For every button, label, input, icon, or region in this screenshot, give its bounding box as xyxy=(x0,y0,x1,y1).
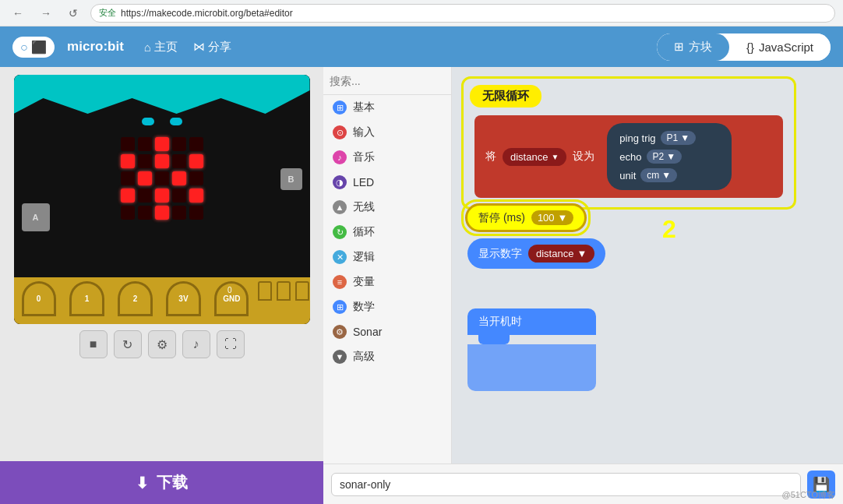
download-bar[interactable]: ⬇ 下载 xyxy=(0,461,323,504)
brand-icon: ○ ⬛ xyxy=(20,40,47,55)
on-start-notch xyxy=(478,335,510,344)
settings-button[interactable]: ⚙ xyxy=(148,330,176,358)
led-1-4 xyxy=(189,154,203,168)
nav-links: ⌂ 主页 ⋈ 分享 xyxy=(144,40,231,55)
music-label: 音乐 xyxy=(353,150,375,164)
echo-pin-arrow: ▼ xyxy=(666,151,675,162)
forward-button[interactable]: → xyxy=(36,5,56,21)
led-3-0 xyxy=(121,189,135,203)
on-start-text: 当开机时 xyxy=(478,315,522,329)
view-tabs: ⊞ 方块 {} JavaScript xyxy=(657,33,831,61)
to-text: 设为 xyxy=(573,150,594,164)
show-number-block[interactable]: 显示数字 distance ▼ xyxy=(467,238,605,269)
show-number-label: 显示数字 xyxy=(478,247,522,261)
led-2-4 xyxy=(189,171,203,185)
palette-item-math[interactable]: ⊞ 数学 xyxy=(323,294,451,319)
tab-blocks[interactable]: ⊞ 方块 xyxy=(657,33,729,61)
wireless-label: 无线 xyxy=(353,200,375,214)
sonar-sensor-block: ping trig P1 ▼ echo P2 ▼ xyxy=(607,123,732,190)
palette-item-sonar[interactable]: ⚙ Sonar xyxy=(323,319,451,344)
led-4-4 xyxy=(189,206,203,220)
blocks-label: 方块 xyxy=(689,40,712,55)
music-dot: ♪ xyxy=(333,150,347,164)
led-4-1 xyxy=(138,206,152,220)
echo-pin-pill[interactable]: P2 ▼ xyxy=(647,150,683,164)
basic-label: 基本 xyxy=(353,100,375,115)
tab-javascript[interactable]: {} JavaScript xyxy=(729,33,831,61)
palette-item-variables[interactable]: ≡ 变量 xyxy=(323,270,451,294)
led-0-1 xyxy=(138,137,152,151)
home-link[interactable]: ⌂ 主页 xyxy=(144,40,178,55)
palette-item-wireless[interactable]: ▲ 无线 xyxy=(323,195,451,220)
back-button[interactable]: ← xyxy=(8,5,28,21)
palette-item-led[interactable]: ◑ LED xyxy=(323,170,451,195)
js-braces-icon: {} xyxy=(746,41,754,54)
on-start-label[interactable]: 当开机时 xyxy=(467,308,596,335)
led-0-3 xyxy=(172,137,186,151)
button-a[interactable]: A xyxy=(22,203,50,231)
small-pin-2 xyxy=(277,281,291,301)
ping-row: ping trig P1 ▼ xyxy=(619,131,719,145)
palette-item-logic[interactable]: ✕ 逻辑 xyxy=(323,245,451,270)
led-label: LED xyxy=(353,176,374,189)
palette-item-music[interactable]: ♪ 音乐 xyxy=(323,145,451,170)
unit-value-pill[interactable]: cm ▼ xyxy=(640,168,677,182)
led-3-2 xyxy=(155,189,169,203)
ping-pin-value: P1 xyxy=(667,132,679,143)
pause-value-pill[interactable]: 100 ▼ xyxy=(531,210,574,225)
share-icon: ⋈ xyxy=(193,40,205,54)
input-label: 输入 xyxy=(353,125,375,139)
led-2-2 xyxy=(155,171,169,185)
filename-bar: 💾 xyxy=(323,463,843,504)
forever-block-label[interactable]: 无限循环 xyxy=(470,85,541,107)
home-icon: ⌂ xyxy=(144,41,151,54)
button-b[interactable]: B xyxy=(280,168,302,190)
address-bar[interactable]: 安全 https://makecode.microbit.org/beta#ed… xyxy=(90,4,835,23)
show-number-value-pill[interactable]: distance ▼ xyxy=(528,245,594,263)
echo-label: echo xyxy=(619,151,641,163)
led-2-3 xyxy=(172,171,186,185)
show-number-arrow: ▼ xyxy=(577,248,587,259)
variables-dot: ≡ xyxy=(333,275,347,289)
search-input[interactable] xyxy=(330,75,466,87)
palette-item-advanced[interactable]: ▼ 高级 xyxy=(323,344,451,369)
pin-0[interactable]: 0 xyxy=(22,281,56,316)
wireless-dot: ▲ xyxy=(333,200,347,214)
filename-input[interactable] xyxy=(331,473,801,496)
pin-2[interactable]: 2 xyxy=(118,281,152,316)
show-number-value: distance xyxy=(536,248,573,259)
ping-pin-pill[interactable]: P1 ▼ xyxy=(661,131,697,145)
led-1-1 xyxy=(138,154,152,168)
block-canvas: 无限循环 将 distance ▼ 设为 ping trig P1 ▼ xyxy=(452,67,843,504)
microbit-top-cyan xyxy=(14,75,310,114)
logic-dot: ✕ xyxy=(333,250,347,264)
advanced-label: 高级 xyxy=(353,350,375,364)
palette-item-loop[interactable]: ↻ 循环 xyxy=(323,220,451,245)
simulator-screen: A B 0 1 2 3V GND xyxy=(14,75,310,324)
pin-1[interactable]: 1 xyxy=(69,281,104,316)
led-4-0 xyxy=(121,206,135,220)
palette-item-input[interactable]: ⊙ 输入 xyxy=(323,120,451,145)
main-area: A B 0 1 2 3V GND xyxy=(0,67,843,504)
set-variable-block[interactable]: 将 distance ▼ 设为 ping trig P1 ▼ ech xyxy=(474,115,783,198)
refresh-button[interactable]: ↺ xyxy=(64,5,83,21)
variable-pill[interactable]: distance ▼ xyxy=(503,148,566,166)
pin-3v[interactable]: 3V xyxy=(166,281,200,316)
fullscreen-button[interactable]: ⛶ xyxy=(217,330,245,358)
stop-button[interactable]: ■ xyxy=(79,330,108,358)
download-label: 下载 xyxy=(157,472,188,493)
share-link[interactable]: ⋈ 分享 xyxy=(193,40,231,55)
palette-item-basic[interactable]: ⊞ 基本 xyxy=(323,95,451,120)
led-grid xyxy=(121,137,203,220)
led-dot: ◑ xyxy=(333,175,347,189)
variables-label: 变量 xyxy=(353,275,375,289)
led-1-0 xyxy=(121,154,135,168)
small-pin-1 xyxy=(258,281,272,301)
ping-label: ping trig xyxy=(619,132,655,144)
blocks-icon: ⊞ xyxy=(674,40,684,54)
volume-button[interactable]: ♪ xyxy=(182,330,210,358)
restart-button[interactable]: ↻ xyxy=(114,330,142,358)
loop-label: 循环 xyxy=(353,225,375,239)
variable-name: distance xyxy=(510,151,548,163)
pause-block[interactable]: 暂停 (ms) 100 ▼ xyxy=(465,203,587,232)
